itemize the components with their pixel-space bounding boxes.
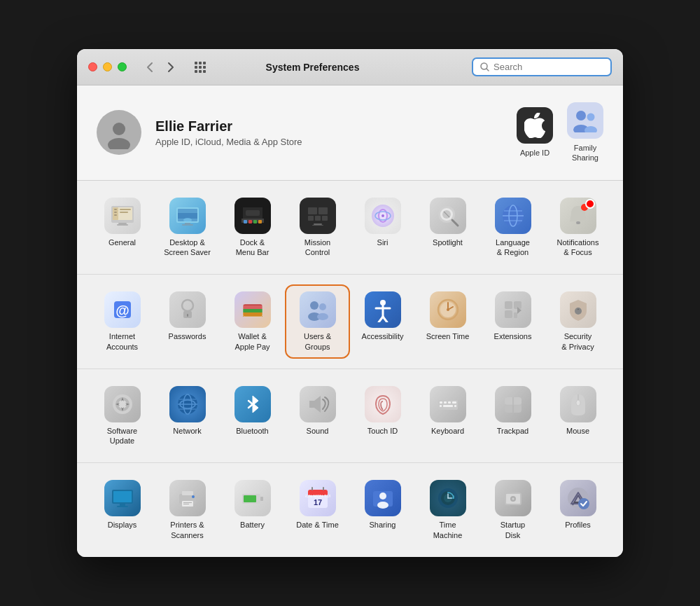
screentime-label: Screen Time	[426, 331, 470, 341]
internet-icon: @	[104, 291, 141, 328]
desktop-icon	[169, 198, 206, 234]
svg-line-54	[452, 220, 458, 226]
touchid-label: Touch ID	[368, 426, 398, 436]
svg-rect-39	[246, 210, 260, 216]
internet-label: InternetAccounts	[106, 331, 138, 352]
passwords-icon	[169, 291, 206, 328]
icon-rows-container: General Desktop &Screen Saver Dock &Menu…	[77, 181, 623, 557]
icon-item-dock[interactable]: Dock &Menu Bar	[221, 192, 284, 263]
accessibility-icon	[365, 291, 401, 328]
siri-icon	[365, 198, 401, 234]
search-box[interactable]	[472, 57, 612, 76]
svg-rect-105	[440, 401, 442, 404]
icon-item-extensions[interactable]: Extensions	[482, 286, 544, 357]
icon-item-touchid[interactable]: Touch ID	[351, 380, 414, 452]
maximize-button[interactable]	[118, 62, 127, 71]
icon-item-internet[interactable]: @ InternetAccounts	[91, 286, 153, 357]
icon-item-screentime[interactable]: Screen Time	[416, 286, 479, 357]
svg-point-12	[576, 111, 586, 120]
svg-rect-35	[244, 220, 247, 223]
svg-point-13	[587, 113, 595, 121]
svg-rect-46	[314, 223, 322, 225]
sharing-label: Sharing	[370, 520, 396, 530]
svg-rect-24	[118, 223, 127, 224]
search-icon	[480, 62, 489, 71]
wallet-icon	[234, 291, 271, 328]
svg-rect-28	[178, 213, 197, 219]
svg-rect-44	[315, 216, 321, 221]
svg-point-77	[317, 313, 328, 320]
search-input[interactable]	[493, 62, 603, 72]
siri-label: Siri	[377, 237, 388, 247]
close-button[interactable]	[88, 62, 97, 71]
icon-item-wallet[interactable]: Wallet &Apple Pay	[221, 286, 284, 357]
icon-item-mouse[interactable]: Mouse	[547, 380, 609, 452]
svg-rect-119	[113, 491, 132, 502]
mouse-icon	[560, 386, 596, 422]
family-sharing-button[interactable]: FamilySharing	[567, 102, 603, 163]
keyboard-icon	[430, 386, 466, 422]
mouse-label: Mouse	[566, 426, 589, 436]
svg-rect-123	[182, 491, 193, 495]
screentime-icon	[430, 291, 466, 328]
icon-item-desktop[interactable]: Desktop &Screen Saver	[156, 192, 218, 263]
icon-item-startup[interactable]: StartupDisk	[482, 474, 544, 546]
traffic-lights	[88, 62, 127, 71]
icon-item-keyboard[interactable]: Keyboard	[416, 380, 479, 452]
svg-rect-93	[577, 308, 580, 310]
svg-rect-42	[318, 207, 328, 214]
apple-id-button[interactable]: Apple ID	[517, 107, 553, 158]
icon-item-software[interactable]: SoftwareUpdate	[91, 380, 153, 452]
touchid-icon	[365, 386, 401, 422]
network-icon	[169, 386, 206, 422]
icon-item-trackpad[interactable]: Trackpad	[482, 380, 544, 452]
apple-id-label: Apple ID	[520, 148, 550, 158]
svg-text:SUN MON TUE: SUN MON TUE	[305, 494, 330, 498]
icon-item-siri[interactable]: Siri	[351, 192, 414, 263]
icon-item-language[interactable]: Language& Region	[482, 192, 544, 263]
keyboard-label: Keyboard	[431, 426, 464, 436]
icon-item-mission[interactable]: MissionControl	[286, 192, 349, 263]
family-sharing-label: FamilySharing	[572, 143, 598, 163]
minimize-button[interactable]	[103, 62, 112, 71]
apple-id-icon	[517, 107, 553, 144]
svg-rect-45	[322, 216, 328, 221]
icon-item-security[interactable]: Security& Privacy	[547, 286, 609, 357]
icon-item-profiles[interactable]: Profiles	[547, 474, 609, 546]
svg-point-10	[113, 123, 125, 135]
svg-text:17: 17	[313, 498, 321, 507]
icon-item-sound[interactable]: Sound	[286, 380, 349, 452]
icon-item-datetime[interactable]: 17 SUN MON TUE Date & Time	[286, 474, 349, 546]
svg-rect-125	[183, 502, 192, 503]
icon-item-general[interactable]: General	[91, 192, 153, 263]
icon-item-printers[interactable]: Printers &Scanners	[156, 474, 218, 546]
svg-point-29	[183, 218, 192, 222]
svg-point-76	[319, 303, 326, 310]
icon-item-sharing[interactable]: Sharing	[351, 474, 414, 546]
icon-item-timemachine[interactable]: TimeMachine	[416, 474, 479, 546]
icon-item-notifications[interactable]: Notifications& Focus	[547, 192, 609, 263]
spotlight-label: Spotlight	[433, 237, 463, 247]
icon-item-users[interactable]: Users &Groups	[286, 286, 349, 357]
icon-section-3: SoftwareUpdate Network Bluetooth Sound T…	[77, 369, 623, 464]
titlebar: System Preferences	[77, 49, 623, 85]
svg-rect-22	[120, 209, 131, 210]
svg-rect-43	[308, 216, 314, 221]
icon-item-battery[interactable]: Battery	[221, 474, 284, 546]
profiles-label: Profiles	[565, 520, 591, 530]
icon-item-bluetooth[interactable]: Bluetooth	[221, 380, 284, 452]
icon-item-spotlight[interactable]: Spotlight	[416, 192, 479, 263]
svg-point-140	[377, 502, 388, 509]
icon-item-accessibility[interactable]: Accessibility	[351, 286, 414, 357]
icon-item-passwords[interactable]: Passwords	[156, 286, 218, 357]
icon-item-displays[interactable]: Displays	[91, 474, 153, 546]
icon-item-network[interactable]: Network	[156, 380, 218, 452]
svg-rect-150	[510, 505, 516, 507]
dock-label: Dock &Menu Bar	[236, 237, 270, 258]
spotlight-icon	[430, 198, 466, 234]
sound-icon	[300, 386, 336, 422]
svg-rect-71	[243, 309, 262, 312]
svg-rect-89	[505, 310, 512, 318]
back-button[interactable]	[141, 58, 159, 76]
security-label: Security& Privacy	[561, 331, 594, 352]
